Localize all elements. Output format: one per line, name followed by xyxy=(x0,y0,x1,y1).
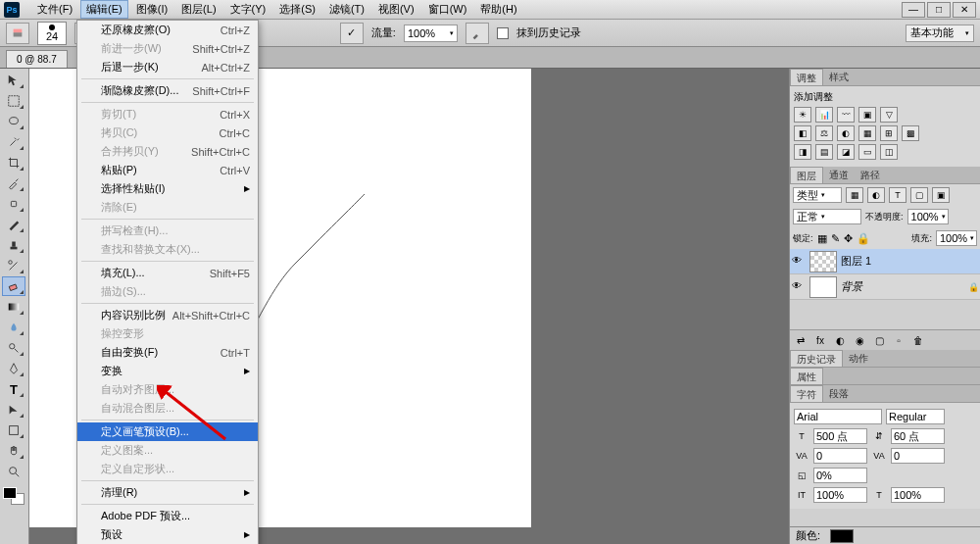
type-tool[interactable]: T xyxy=(2,379,25,399)
tab-paragraph[interactable]: 段落 xyxy=(823,385,855,402)
mixer-icon[interactable]: ⊞ xyxy=(880,125,898,141)
workspace-selector[interactable]: 基本功能▾ xyxy=(906,25,974,42)
font-style[interactable]: Regular xyxy=(886,409,945,424)
menu-help[interactable]: 帮助(H) xyxy=(474,0,522,19)
visibility-icon[interactable]: 👁 xyxy=(792,280,806,294)
link-icon[interactable]: ⇄ xyxy=(792,332,809,348)
pen-tool[interactable] xyxy=(2,359,25,378)
layer-name[interactable]: 图层 1 xyxy=(841,254,871,269)
lock-pos-icon[interactable]: ✥ xyxy=(844,232,853,245)
tab-styles[interactable]: 样式 xyxy=(823,69,855,85)
curves-icon[interactable]: 〰 xyxy=(837,107,855,123)
edit-menu-item[interactable]: 清理(R)▶ xyxy=(77,483,258,502)
leading[interactable]: 60 点 xyxy=(891,428,945,444)
layer-name[interactable]: 背景 xyxy=(841,279,862,294)
edit-menu-item[interactable]: 定义画笔预设(B)... xyxy=(77,422,258,441)
edit-menu-item[interactable]: 渐隐橡皮擦(D)...Shift+Ctrl+F xyxy=(77,81,258,100)
layer-row-1[interactable]: 👁 图层 1 xyxy=(790,249,980,274)
menu-view[interactable]: 视图(V) xyxy=(372,0,420,19)
brush-tool[interactable] xyxy=(2,215,25,234)
exposure-icon[interactable]: ▣ xyxy=(858,107,876,123)
filter-smart-icon[interactable]: ▣ xyxy=(932,187,950,203)
shape-tool[interactable] xyxy=(2,420,25,440)
poster-icon[interactable]: ▤ xyxy=(815,144,833,160)
tab-character[interactable]: 字符 xyxy=(790,385,823,402)
fill-input[interactable]: 100%▾ xyxy=(936,230,977,246)
tool-preset-icon[interactable] xyxy=(6,23,29,44)
bal-icon[interactable]: ⚖ xyxy=(815,125,833,141)
hand-tool[interactable] xyxy=(2,441,25,461)
hscale[interactable]: 100% xyxy=(813,487,867,503)
edit-menu-item[interactable]: 预设▶ xyxy=(77,525,258,544)
filter-type-icon[interactable]: T xyxy=(889,187,906,203)
foreground-color-swatch[interactable] xyxy=(3,487,17,499)
history-checkbox[interactable] xyxy=(497,27,509,39)
lock-pixel-icon[interactable]: ✎ xyxy=(831,232,840,245)
vscale[interactable]: 0% xyxy=(813,468,867,483)
tab-properties[interactable]: 属性 xyxy=(790,368,823,384)
brightness-icon[interactable]: ☀ xyxy=(794,107,811,123)
tab-actions[interactable]: 动作 xyxy=(843,350,874,367)
minimize-button[interactable]: — xyxy=(902,2,925,18)
levels-icon[interactable]: 📊 xyxy=(815,107,833,123)
heal-tool[interactable] xyxy=(2,194,25,214)
edit-menu-item[interactable]: Adobe PDF 预设... xyxy=(77,507,258,525)
gradmap-icon[interactable]: ▭ xyxy=(858,144,876,160)
kerning[interactable]: 0 xyxy=(813,448,867,464)
tab-paths[interactable]: 路径 xyxy=(855,167,886,183)
edit-menu-item[interactable]: 填充(L)...Shift+F5 xyxy=(77,264,258,282)
vscale2[interactable]: 100% xyxy=(891,487,945,503)
opacity-input[interactable]: 100%▾ xyxy=(907,209,949,224)
edit-menu-item[interactable]: 选择性粘贴(I)▶ xyxy=(77,179,258,198)
tab-history[interactable]: 历史记录 xyxy=(790,350,843,367)
tab-layers[interactable]: 图层 xyxy=(790,167,823,183)
edit-menu-item[interactable]: 内容识别比例Alt+Shift+Ctrl+C xyxy=(77,306,258,324)
tracking[interactable]: 0 xyxy=(891,448,945,464)
layer-row-bg[interactable]: 👁 背景 🔒 xyxy=(790,274,980,300)
menu-edit[interactable]: 编辑(E) xyxy=(80,0,128,19)
zoom-tool[interactable] xyxy=(2,462,25,481)
lookup-icon[interactable]: ▩ xyxy=(902,125,919,141)
blur-tool[interactable] xyxy=(2,318,25,337)
move-tool[interactable] xyxy=(2,71,25,90)
maximize-button[interactable]: □ xyxy=(927,2,951,18)
dodge-tool[interactable] xyxy=(2,338,25,358)
filter-adj-icon[interactable]: ◐ xyxy=(867,187,885,203)
wand-tool[interactable] xyxy=(2,132,25,152)
bw-icon[interactable]: ◐ xyxy=(837,125,855,141)
brush-preset[interactable]: 24 xyxy=(37,22,67,45)
layer-thumbnail[interactable] xyxy=(809,251,837,272)
document-tab[interactable]: 0 @ 88.7 xyxy=(6,50,68,68)
eyedropper-tool[interactable] xyxy=(2,173,25,193)
blend-mode[interactable]: 正常▾ xyxy=(793,209,861,224)
hue-icon[interactable]: ◧ xyxy=(794,125,811,141)
edit-menu-item[interactable]: 还原橡皮擦(O)Ctrl+Z xyxy=(77,21,258,39)
visibility-icon[interactable]: 👁 xyxy=(792,255,806,269)
invert-icon[interactable]: ◨ xyxy=(794,144,811,160)
group-icon[interactable]: ▢ xyxy=(870,332,888,348)
airbrush-toggle-icon[interactable] xyxy=(466,23,489,44)
lock-all-icon[interactable]: 🔒 xyxy=(857,232,870,245)
menu-type[interactable]: 文字(Y) xyxy=(224,0,272,19)
eraser-tool[interactable] xyxy=(2,276,25,296)
filter-kind[interactable]: 类型▾ xyxy=(793,187,842,203)
menu-filter[interactable]: 滤镜(T) xyxy=(323,0,370,19)
layer-thumbnail[interactable] xyxy=(809,276,837,298)
menu-window[interactable]: 窗口(W) xyxy=(422,0,473,19)
filter-pixel-icon[interactable]: ▦ xyxy=(846,187,863,203)
text-color-swatch[interactable] xyxy=(830,529,854,543)
history-brush-tool[interactable] xyxy=(2,256,25,275)
menu-file[interactable]: 文件(F) xyxy=(31,0,78,19)
font-family[interactable]: Arial xyxy=(794,409,882,424)
adjustment-icon[interactable]: ◉ xyxy=(851,332,868,348)
edit-menu-item[interactable]: 粘贴(P)Ctrl+V xyxy=(77,161,258,179)
edit-menu-item[interactable]: 变换▶ xyxy=(77,362,258,380)
edit-menu-item[interactable]: 自由变换(F)Ctrl+T xyxy=(77,343,258,362)
close-button[interactable]: ✕ xyxy=(953,2,976,18)
crop-tool[interactable] xyxy=(2,153,25,173)
edit-menu-item[interactable]: 后退一步(K)Alt+Ctrl+Z xyxy=(77,58,258,76)
tab-adjust[interactable]: 调整 xyxy=(790,69,823,85)
lock-trans-icon[interactable]: ▦ xyxy=(817,232,827,245)
color-swatches[interactable] xyxy=(2,486,25,506)
marquee-tool[interactable] xyxy=(2,91,25,111)
